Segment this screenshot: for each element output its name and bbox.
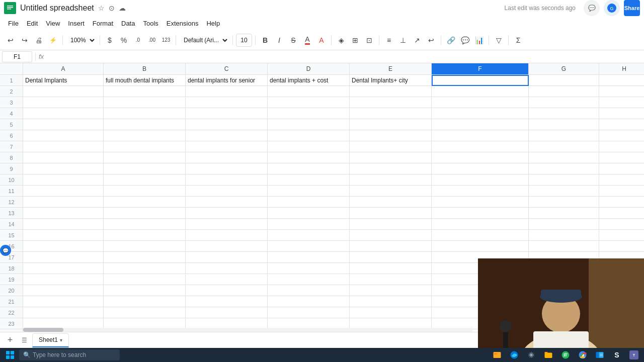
cell-c5[interactable] — [186, 119, 268, 130]
cell-a12[interactable] — [23, 197, 104, 208]
move-icon[interactable]: ⊙ — [109, 4, 115, 12]
menu-file[interactable]: File — [4, 19, 23, 28]
cell-a14[interactable] — [23, 219, 104, 230]
cell-g4[interactable] — [529, 108, 599, 119]
cell-g9[interactable] — [529, 163, 599, 174]
cell-e21[interactable] — [350, 296, 432, 307]
side-chat-icon[interactable]: 💬 — [0, 245, 11, 256]
taskbar-app-files[interactable] — [489, 348, 505, 361]
cell-b13[interactable] — [104, 208, 186, 219]
cell-b7[interactable] — [104, 141, 186, 152]
cell-g14[interactable] — [529, 219, 599, 230]
col-header-f[interactable]: F — [432, 63, 529, 74]
cell-a21[interactable] — [23, 296, 104, 307]
cell-a18[interactable] — [23, 263, 104, 274]
cell-a11[interactable] — [23, 186, 104, 197]
cell-c12[interactable] — [186, 197, 268, 208]
cell-f4[interactable] — [432, 108, 529, 119]
cell-e14[interactable] — [350, 219, 432, 230]
cell-c18[interactable] — [186, 263, 268, 274]
print-button[interactable]: 🖨 — [32, 34, 45, 47]
italic-button[interactable]: I — [273, 34, 286, 47]
cell-e3[interactable] — [350, 97, 432, 108]
cell-d15[interactable] — [268, 230, 350, 241]
cell-b10[interactable] — [104, 174, 186, 186]
col-header-d[interactable]: D — [268, 63, 350, 74]
row-num-12[interactable]: 12 — [0, 197, 23, 208]
cell-c14[interactable] — [186, 219, 268, 230]
taskbar-search[interactable]: 🔍 — [19, 349, 120, 360]
row-num-8[interactable]: 8 — [0, 152, 23, 163]
cell-c11[interactable] — [186, 186, 268, 197]
wrap-button[interactable]: ↩ — [425, 34, 438, 47]
cell-b18[interactable] — [104, 263, 186, 274]
row-num-15[interactable]: 15 — [0, 230, 23, 241]
cell-a8[interactable] — [23, 152, 104, 163]
bold-button[interactable]: B — [259, 34, 272, 47]
halign-button[interactable]: ≡ — [382, 34, 395, 47]
cell-g1[interactable] — [529, 75, 599, 86]
cell-a13[interactable] — [23, 208, 104, 219]
cell-h13[interactable] — [599, 208, 644, 219]
cell-c4[interactable] — [186, 108, 268, 119]
cell-h4[interactable] — [599, 108, 644, 119]
cell-g12[interactable] — [529, 197, 599, 208]
cell-a6[interactable] — [23, 130, 104, 141]
sheet-list-button[interactable]: ☰ — [18, 334, 30, 346]
undo-button[interactable]: ↩ — [4, 34, 17, 47]
cell-c21[interactable] — [186, 296, 268, 307]
cell-e4[interactable] — [350, 108, 432, 119]
taskbar-search-input[interactable] — [33, 351, 108, 358]
cell-f2[interactable] — [432, 86, 529, 97]
cell-c3[interactable] — [186, 97, 268, 108]
cell-g6[interactable] — [529, 130, 599, 141]
cell-d6[interactable] — [268, 130, 350, 141]
windows-start-button[interactable] — [2, 348, 18, 361]
cell-b2[interactable] — [104, 86, 186, 97]
menu-edit[interactable]: Edit — [23, 19, 42, 28]
cell-f9[interactable] — [432, 163, 529, 174]
underline-button[interactable]: A — [301, 34, 314, 47]
filter-button[interactable]: ▽ — [492, 34, 505, 47]
cell-d8[interactable] — [268, 152, 350, 163]
star-icon[interactable]: ☆ — [98, 4, 105, 12]
cell-e19[interactable] — [350, 274, 432, 285]
menu-tools[interactable]: Tools — [139, 19, 162, 28]
cell-d1[interactable]: dental implants + cost — [268, 75, 350, 86]
font-size-input[interactable] — [236, 34, 252, 47]
cell-g13[interactable] — [529, 208, 599, 219]
cell-f16[interactable] — [432, 241, 529, 252]
cell-b14[interactable] — [104, 219, 186, 230]
cell-h5[interactable] — [599, 119, 644, 130]
cell-a2[interactable] — [23, 86, 104, 97]
cell-e11[interactable] — [350, 186, 432, 197]
cell-h9[interactable] — [599, 163, 644, 174]
cell-f1[interactable] — [432, 75, 529, 86]
cell-b3[interactable] — [104, 97, 186, 108]
row-num-14[interactable]: 14 — [0, 219, 23, 230]
cell-b16[interactable] — [104, 241, 186, 252]
menu-view[interactable]: View — [42, 19, 64, 28]
menu-insert[interactable]: Insert — [64, 19, 89, 28]
cell-c10[interactable] — [186, 174, 268, 186]
taskbar-app-outlook[interactable] — [592, 348, 608, 361]
cell-g16[interactable] — [529, 241, 599, 252]
cell-h2[interactable] — [599, 86, 644, 97]
cell-a9[interactable] — [23, 163, 104, 174]
redo-button[interactable]: ↪ — [18, 34, 31, 47]
cell-b17[interactable] — [104, 252, 186, 263]
cell-e10[interactable] — [350, 174, 432, 186]
cell-a3[interactable] — [23, 97, 104, 108]
menu-format[interactable]: Format — [89, 19, 117, 28]
cell-d2[interactable] — [268, 86, 350, 97]
row-num-13[interactable]: 13 — [0, 208, 23, 219]
cell-f8[interactable] — [432, 152, 529, 163]
cell-a16[interactable] — [23, 241, 104, 252]
cell-b6[interactable] — [104, 130, 186, 141]
cell-a7[interactable] — [23, 141, 104, 152]
link-button[interactable]: 🔗 — [444, 34, 457, 47]
sheet-tab-sheet1[interactable]: Sheet1 ▾ — [32, 333, 69, 347]
col-header-b[interactable]: B — [104, 63, 186, 74]
decimal-decrease-button[interactable]: .0 — [131, 34, 144, 47]
row-num-21[interactable]: 21 — [0, 296, 23, 307]
